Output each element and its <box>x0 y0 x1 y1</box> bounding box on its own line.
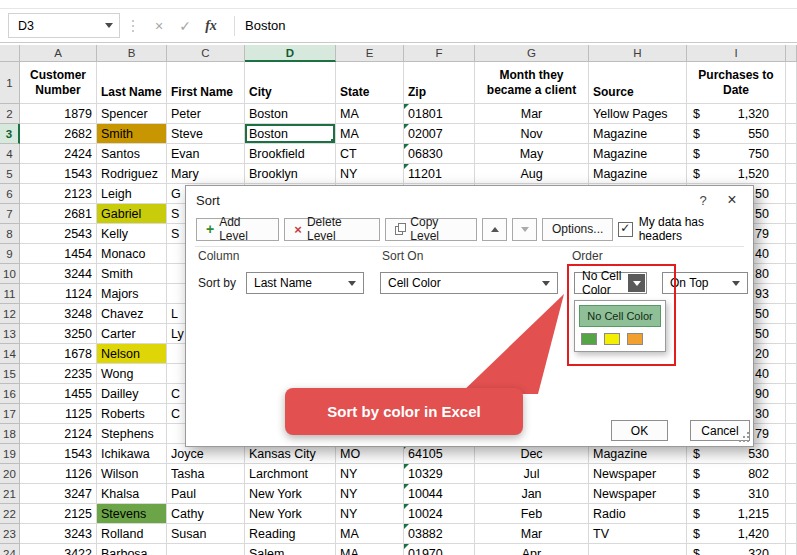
cell-B14[interactable]: Nelson <box>97 344 167 364</box>
row-header-9[interactable]: 9 <box>0 244 20 264</box>
cell-C23[interactable]: Susan <box>167 524 245 544</box>
cell-A5[interactable]: 1543 <box>20 164 97 184</box>
row-header-12[interactable]: 12 <box>0 304 20 324</box>
cell-D4[interactable]: Brookfield <box>245 144 336 164</box>
cell-E24[interactable]: MA <box>336 544 404 555</box>
cell-E23[interactable]: MA <box>336 524 404 544</box>
cell-C3[interactable]: Steve <box>167 124 245 144</box>
dialog-title-bar[interactable]: Sort <box>186 186 753 214</box>
row-header-13[interactable]: 13 <box>0 324 20 344</box>
color-swatch-1[interactable] <box>604 333 620 345</box>
cell-D22[interactable]: New York <box>245 504 336 524</box>
move-up-button[interactable] <box>482 218 507 241</box>
cell-B20[interactable]: Wilson <box>97 464 167 484</box>
cell-A17[interactable]: 1125 <box>20 404 97 424</box>
cell-F24[interactable]: 01970 <box>404 544 475 555</box>
cell-H5[interactable]: Magazine <box>589 164 687 184</box>
row-header-20[interactable]: 20 <box>0 464 20 484</box>
column-header-C[interactable]: C <box>167 45 245 62</box>
field-header-C1[interactable]: First Name <box>167 62 245 104</box>
cell-C22[interactable]: Cathy <box>167 504 245 524</box>
row-header-4[interactable]: 4 <box>0 144 20 164</box>
field-header-I1[interactable]: Purchases to Date <box>687 62 786 104</box>
cell-G3[interactable]: Nov <box>475 124 589 144</box>
cell-F3[interactable]: 02007 <box>404 124 475 144</box>
cell-E21[interactable]: NY <box>336 484 404 504</box>
cell-A16[interactable]: 1455 <box>20 384 97 404</box>
row-header-2[interactable]: 2 <box>0 104 20 124</box>
cell-C2[interactable]: Peter <box>167 104 245 124</box>
cell-G5[interactable]: Aug <box>475 164 589 184</box>
cell-B4[interactable]: Santos <box>97 144 167 164</box>
cell-A24[interactable]: 3422 <box>20 544 97 555</box>
add-level-button[interactable]: + Add Level <box>196 218 279 241</box>
cell-B9[interactable]: Monaco <box>97 244 167 264</box>
cell-B3[interactable]: Smith <box>97 124 167 144</box>
cell-H21[interactable]: Newspaper <box>589 484 687 504</box>
field-header-F1[interactable]: Zip <box>404 62 475 104</box>
cell-A3[interactable]: 2682 <box>20 124 97 144</box>
cell-B23[interactable]: Rolland <box>97 524 167 544</box>
chevron-down-icon[interactable] <box>105 23 113 28</box>
cell-E3[interactable]: MA <box>336 124 404 144</box>
cell-G21[interactable]: Jan <box>475 484 589 504</box>
row-header-14[interactable]: 14 <box>0 344 20 364</box>
ok-button[interactable]: OK <box>611 420 668 441</box>
cell-F19[interactable]: 64105 <box>404 444 475 464</box>
cell-I19[interactable]: $530 <box>687 444 786 464</box>
cell-F20[interactable]: 10329 <box>404 464 475 484</box>
cell-A15[interactable]: 2235 <box>20 364 97 384</box>
column-header-G[interactable]: G <box>475 45 589 62</box>
formula-input[interactable]: Boston <box>245 18 285 33</box>
cell-C20[interactable]: Tasha <box>167 464 245 484</box>
delete-level-button[interactable]: × Delete Level <box>284 218 380 241</box>
field-header-E1[interactable]: State <box>336 62 404 104</box>
field-header-B1[interactable]: Last Name <box>97 62 167 104</box>
row-header-19[interactable]: 19 <box>0 444 20 464</box>
cell-E19[interactable]: MO <box>336 444 404 464</box>
cell-B7[interactable]: Gabriel <box>97 204 167 224</box>
cell-A12[interactable]: 3248 <box>20 304 97 324</box>
cell-F23[interactable]: 03882 <box>404 524 475 544</box>
row-header-22[interactable]: 22 <box>0 504 20 524</box>
enter-entry-button[interactable]: ✓ <box>174 18 196 34</box>
cell-D19[interactable]: Kansas City <box>245 444 336 464</box>
options-button[interactable]: Options... <box>542 218 613 241</box>
field-header-A1[interactable]: Customer Number <box>20 62 97 104</box>
cell-B8[interactable]: Kelly <box>97 224 167 244</box>
cell-B2[interactable]: Spencer <box>97 104 167 124</box>
cell-B13[interactable]: Carter <box>97 324 167 344</box>
cell-A11[interactable]: 1124 <box>20 284 97 304</box>
sort-by-select[interactable]: Last Name <box>246 272 364 294</box>
cell-I22[interactable]: $1,215 <box>687 504 786 524</box>
cell-B6[interactable]: Leigh <box>97 184 167 204</box>
cell-C5[interactable]: Mary <box>167 164 245 184</box>
cell-D24[interactable]: Salem <box>245 544 336 555</box>
row-header-17[interactable]: 17 <box>0 404 20 424</box>
cell-E22[interactable]: NY <box>336 504 404 524</box>
sort-on-select[interactable]: Cell Color <box>380 272 558 294</box>
column-header-B[interactable]: B <box>97 45 167 62</box>
cell-G24[interactable]: Apr <box>475 544 589 555</box>
row-header-18[interactable]: 18 <box>0 424 20 444</box>
cell-G4[interactable]: May <box>475 144 589 164</box>
cell-C24[interactable] <box>167 544 245 555</box>
cell-I5[interactable]: $1,520 <box>687 164 786 184</box>
field-header-D1[interactable]: City <box>245 62 336 104</box>
cell-A13[interactable]: 3250 <box>20 324 97 344</box>
cell-G2[interactable]: Mar <box>475 104 589 124</box>
cell-B11[interactable]: Majors <box>97 284 167 304</box>
insert-function-button[interactable]: fx <box>200 18 222 34</box>
copy-level-button[interactable]: Copy Level <box>385 218 477 241</box>
move-down-button[interactable] <box>512 218 537 241</box>
cell-H4[interactable]: Magazine <box>589 144 687 164</box>
cell-D5[interactable]: Brooklyn <box>245 164 336 184</box>
cell-E2[interactable]: MA <box>336 104 404 124</box>
cell-A8[interactable]: 2543 <box>20 224 97 244</box>
field-header-G1[interactable]: Month they became a client <box>475 62 589 104</box>
column-header-H[interactable]: H <box>589 45 687 62</box>
cell-I2[interactable]: $1,320 <box>687 104 786 124</box>
cell-E5[interactable]: NY <box>336 164 404 184</box>
field-header-H1[interactable]: Source <box>589 62 687 104</box>
cancel-entry-button[interactable]: × <box>148 18 170 34</box>
